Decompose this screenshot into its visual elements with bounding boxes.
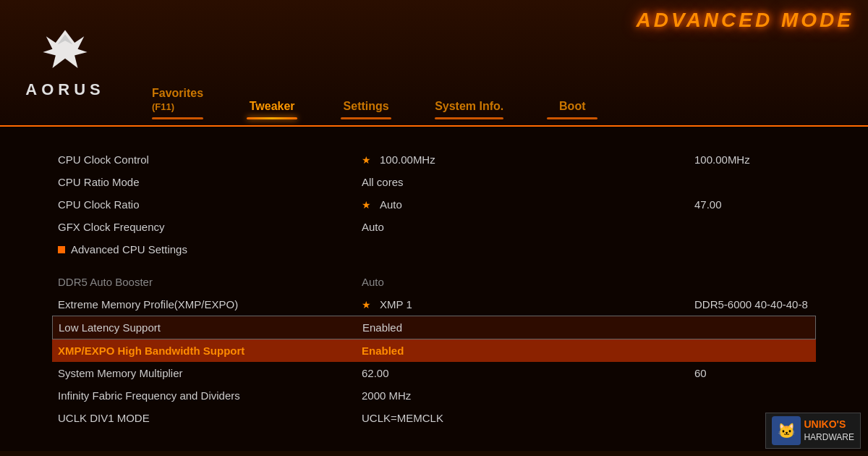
- cpu-clock-ratio-value2: 47.00: [694, 198, 810, 211]
- setting-row-cpu-clock-control[interactable]: CPU Clock Control ★ 100.00MHz 100.00MHz: [58, 148, 810, 171]
- low-latency-label: Low Latency Support: [59, 321, 362, 334]
- sys-mem-mult-value2: 60: [694, 367, 810, 379]
- corner-badge: 🐱 UNIKO'S HARDWARE: [765, 413, 861, 449]
- advanced-mode-title: ADVANCED MODE: [637, 9, 854, 32]
- setting-row-xmp-expo-high[interactable]: XMP/EXPO High Bandwidth Support Enabled: [52, 339, 816, 362]
- setting-row-ddr5-auto[interactable]: DDR5 Auto Booster Auto: [58, 271, 810, 293]
- badge-cat-icon: 🐱: [772, 416, 801, 445]
- extreme-memory-value: ★ XMP 1: [362, 298, 694, 311]
- xmp-expo-high-label: XMP/EXPO High Bandwidth Support: [58, 345, 362, 357]
- tab-favorites-underline: [152, 117, 203, 119]
- low-latency-value: Enabled: [362, 321, 809, 334]
- header: ADVANCED MODE AORUS Favorites (F11) Twea…: [0, 0, 868, 127]
- ddr5-auto-value: Auto: [362, 276, 810, 288]
- ddr5-auto-label: DDR5 Auto Booster: [58, 276, 362, 288]
- orange-square-icon: [58, 246, 65, 253]
- setting-row-extreme-memory[interactable]: Extreme Memory Profile(XMP/EXPO) ★ XMP 1…: [58, 293, 810, 316]
- cpu-ratio-mode-value: All cores: [362, 176, 694, 188]
- extreme-memory-label: Extreme Memory Profile(XMP/EXPO): [58, 298, 362, 311]
- setting-row-sys-mem-mult[interactable]: System Memory Multiplier 62.00 60: [58, 362, 810, 384]
- sys-mem-mult-label: System Memory Multiplier: [58, 367, 362, 379]
- setting-row-advanced-cpu[interactable]: Advanced CPU Settings: [58, 238, 810, 261]
- tab-boot-underline: [547, 117, 597, 119]
- gfx-clock-label: GFX Clock Frequency: [58, 221, 362, 233]
- xmp-expo-high-value: Enabled: [362, 345, 810, 357]
- setting-row-uclk-div1[interactable]: UCLK DIV1 MODE UCLK=MEMCLK: [58, 407, 810, 429]
- infinity-fabric-label: Infinity Fabric Frequency and Dividers: [58, 389, 362, 402]
- cpu-ratio-mode-label: CPU Ratio Mode: [58, 176, 362, 188]
- aorus-bird-icon: [40, 27, 90, 77]
- gfx-clock-value: Auto: [362, 221, 694, 233]
- uclk-div1-label: UCLK DIV1 MODE: [58, 412, 362, 424]
- tab-favorites[interactable]: Favorites (F11): [130, 81, 225, 125]
- setting-row-low-latency[interactable]: Low Latency Support Enabled: [52, 316, 816, 339]
- uclk-div1-value: UCLK=MEMCLK: [362, 412, 810, 424]
- setting-row-gfx-clock[interactable]: GFX Clock Frequency Auto: [58, 216, 810, 238]
- tab-tweaker-underline: [247, 117, 297, 119]
- extreme-memory-value2: DDR5-6000 40-40-40-8: [694, 298, 810, 311]
- badge-brand-name: UNIKO'S: [804, 418, 854, 432]
- badge-sub-text: HARDWARE: [804, 431, 854, 444]
- cpu-clock-ratio-label: CPU Clock Ratio: [58, 198, 362, 211]
- setting-row-cpu-ratio-mode[interactable]: CPU Ratio Mode All cores: [58, 171, 810, 193]
- tab-settings[interactable]: Settings: [319, 94, 413, 125]
- infinity-fabric-value: 2000 MHz: [362, 389, 810, 402]
- aorus-logo-text: AORUS: [25, 80, 104, 99]
- cpu-clock-control-label: CPU Clock Control: [58, 153, 362, 166]
- cpu-clock-control-value2: 100.00MHz: [694, 153, 810, 166]
- star-icon-xmp: ★: [362, 299, 371, 311]
- tab-system-info-underline: [435, 117, 503, 119]
- sys-mem-mult-value: 62.00: [362, 367, 694, 379]
- star-icon-cpu-ratio: ★: [362, 199, 371, 211]
- setting-row-cpu-clock-ratio[interactable]: CPU Clock Ratio ★ Auto 47.00: [58, 193, 810, 216]
- badge-text: UNIKO'S HARDWARE: [804, 418, 854, 444]
- logo-area: AORUS: [0, 20, 130, 106]
- cpu-clock-ratio-value: ★ Auto: [362, 198, 694, 211]
- tab-settings-underline: [341, 117, 391, 119]
- tab-system-info[interactable]: System Info.: [413, 94, 525, 125]
- main-content: CPU Clock Control ★ 100.00MHz 100.00MHz …: [0, 127, 868, 451]
- section-divider-1: [58, 261, 810, 271]
- tab-tweaker[interactable]: Tweaker: [225, 94, 319, 125]
- advanced-cpu-label: Advanced CPU Settings: [58, 243, 362, 256]
- cpu-clock-control-value: ★ 100.00MHz: [362, 153, 694, 166]
- tab-boot[interactable]: Boot: [525, 94, 619, 125]
- star-icon-cpu-clock: ★: [362, 154, 371, 166]
- setting-row-infinity-fabric[interactable]: Infinity Fabric Frequency and Dividers 2…: [58, 384, 810, 407]
- settings-table: CPU Clock Control ★ 100.00MHz 100.00MHz …: [58, 148, 810, 429]
